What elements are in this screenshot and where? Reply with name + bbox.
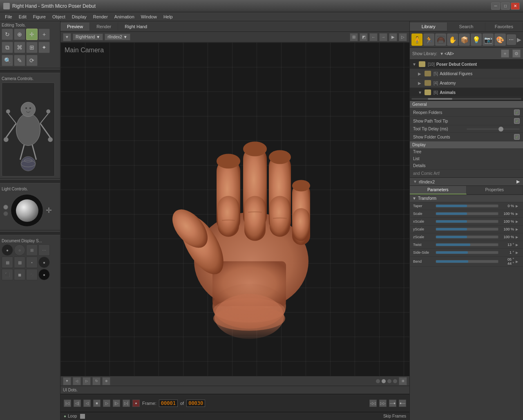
tree-item-anatomy[interactable]: ▶ [4] Anatomy (410, 78, 523, 88)
param-arrow-yscale[interactable]: ▶ (514, 226, 520, 232)
tl-stop[interactable]: ■ (93, 400, 101, 407)
vb-btn-1[interactable]: ▼ (63, 377, 71, 385)
tree-item-poser-debut[interactable]: ▼ [10] Poser Debut Content (410, 60, 523, 69)
display-btn-3[interactable]: ⊞ (26, 244, 38, 256)
lib-icon-props[interactable]: 📦 (459, 34, 470, 46)
light-btn-1[interactable] (3, 205, 8, 210)
display-btn-10[interactable]: ◼ (14, 269, 25, 280)
tl-end[interactable]: ▷| (123, 400, 130, 407)
param-arrow-scale[interactable]: ▶ (514, 211, 520, 217)
display-btn-9[interactable]: ⬛ (2, 269, 13, 280)
display-option-tree[interactable]: Tree (410, 148, 523, 155)
setting-reopen-check[interactable]: ✓ (514, 109, 520, 115)
minimize-button[interactable]: ─ (491, 2, 500, 10)
vp-btn-3[interactable]: ← (369, 33, 378, 41)
lib-icon-poses[interactable]: 🏃 (423, 34, 434, 46)
tl-start[interactable]: |◁ (64, 400, 71, 407)
param-slider-xscale[interactable] (436, 220, 498, 223)
param-slider-bend[interactable] (436, 260, 498, 263)
tool-zoom[interactable]: 🔍 (2, 55, 13, 66)
lib-icon-cameras[interactable]: 📷 (483, 34, 494, 46)
tool-select[interactable]: ✛ (26, 29, 38, 40)
display-btn-11[interactable]: ◾ (26, 269, 38, 280)
library-config-button[interactable]: ⚙ (512, 49, 521, 58)
vb-btn-2[interactable]: ◁ (73, 377, 81, 385)
scroll-thumb[interactable] (428, 98, 452, 100)
breadcrumb-rlindex[interactable]: rlIndex2 ▼ (105, 34, 130, 40)
library-add-button[interactable]: + (501, 49, 509, 58)
tab-favorites[interactable]: Favorites (485, 22, 523, 31)
params-tab-parameters[interactable]: Parameters (410, 186, 467, 194)
param-arrow-zscale[interactable]: ▶ (514, 234, 520, 240)
vp-btn-2[interactable]: ◩ (360, 33, 368, 41)
tool-add[interactable]: + (38, 29, 50, 40)
param-arrow-twist[interactable]: ▶ (514, 242, 520, 248)
light-ball-container[interactable] (11, 194, 43, 227)
vp-expand[interactable]: ▼ (63, 33, 71, 41)
tab-preview[interactable]: Preview (60, 22, 90, 31)
tl-prev-key[interactable]: ◁| (74, 400, 81, 407)
param-slider-sideside[interactable] (436, 251, 498, 254)
tab-render[interactable]: Render (90, 22, 118, 31)
tl-key-back[interactable]: —● (389, 400, 396, 407)
param-arrow-xscale[interactable]: ▶ (514, 219, 520, 224)
tool-morph[interactable]: ⧉ (2, 42, 13, 53)
menu-edit[interactable]: Edit (16, 13, 30, 20)
vp-btn-5[interactable]: ▶ (389, 33, 397, 41)
menu-file[interactable]: File (2, 13, 16, 20)
setting-show-path-check[interactable]: ✓ (514, 118, 520, 124)
display-option-details[interactable]: Details (410, 162, 523, 169)
setting-tooltip-slider[interactable] (467, 128, 520, 130)
display-btn-2[interactable]: ○ (14, 244, 25, 256)
tool-rotate[interactable]: ↻ (2, 29, 13, 40)
tl-next[interactable]: ▷ (103, 400, 110, 407)
display-btn-5[interactable]: ▦ (2, 257, 13, 268)
loop-marker[interactable] (80, 414, 85, 419)
vp-btn-4[interactable]: → (379, 33, 387, 41)
param-slider-zscale[interactable] (436, 235, 498, 239)
library-scrollbar[interactable] (410, 97, 523, 101)
params-collapse-icon[interactable]: ▼ (413, 179, 417, 184)
display-btn-1[interactable]: ● (2, 244, 13, 256)
tool-edit2[interactable]: ✎ (14, 55, 25, 66)
display-option-list[interactable]: List (410, 155, 523, 162)
tl-next-key[interactable]: |▷ (113, 400, 120, 407)
display-btn-6[interactable]: ▩ (14, 257, 25, 268)
tool-group[interactable]: ⊞ (26, 42, 38, 53)
display-btn-7[interactable]: ▪ (26, 257, 38, 268)
vb-grid-btn[interactable]: ⊞ (399, 377, 407, 385)
frame-total[interactable]: 00030 (186, 400, 205, 407)
menu-help[interactable]: Help (160, 13, 176, 20)
params-options-icon[interactable]: ▶ (516, 179, 520, 184)
param-arrow-taper[interactable]: ▶ (514, 203, 520, 209)
lib-icon-hair[interactable]: 🦱 (435, 34, 446, 46)
lib-icon-lights[interactable]: 💡 (471, 34, 482, 46)
params-tab-properties[interactable]: Properties (467, 186, 523, 194)
lib-icon-figures[interactable]: 🧍 (411, 34, 422, 46)
vb-btn-4[interactable]: ↻ (92, 377, 101, 385)
breadcrumb-righthand[interactable]: RightHand ▼ (73, 34, 103, 40)
lib-icon-materials[interactable]: 🎨 (494, 34, 505, 46)
tab-search[interactable]: Search (447, 22, 485, 31)
vp-btn-1[interactable]: ⊞ (350, 33, 358, 41)
menu-figure[interactable]: Figure (30, 13, 49, 20)
frame-current[interactable]: 00001 (159, 400, 178, 407)
lib-icon-hands[interactable]: ✋ (447, 34, 458, 46)
param-slider-taper[interactable] (436, 204, 498, 208)
tab-library[interactable]: Library (410, 22, 447, 31)
param-slider-yscale[interactable] (436, 228, 498, 231)
menu-render[interactable]: Render (90, 13, 111, 20)
tool-hair[interactable]: ⌘ (14, 42, 25, 53)
menu-display[interactable]: Display (69, 13, 90, 20)
menu-window[interactable]: Window (138, 13, 160, 20)
vp-btn-6[interactable]: ▷ (399, 33, 407, 41)
light-control-1[interactable]: ✛ (46, 206, 52, 215)
param-slider-twist[interactable] (436, 243, 498, 246)
tl-record[interactable]: ● (132, 400, 140, 407)
transform-expand-icon[interactable]: ▼ (412, 196, 416, 201)
menu-object[interactable]: Object (49, 13, 69, 20)
lib-icon-misc[interactable]: ⋯ (507, 34, 516, 45)
vb-btn-5[interactable]: ⊕ (102, 377, 110, 385)
tl-key-fwd[interactable]: ●— (399, 400, 406, 407)
param-arrow-sideside[interactable]: ▶ (514, 250, 520, 255)
